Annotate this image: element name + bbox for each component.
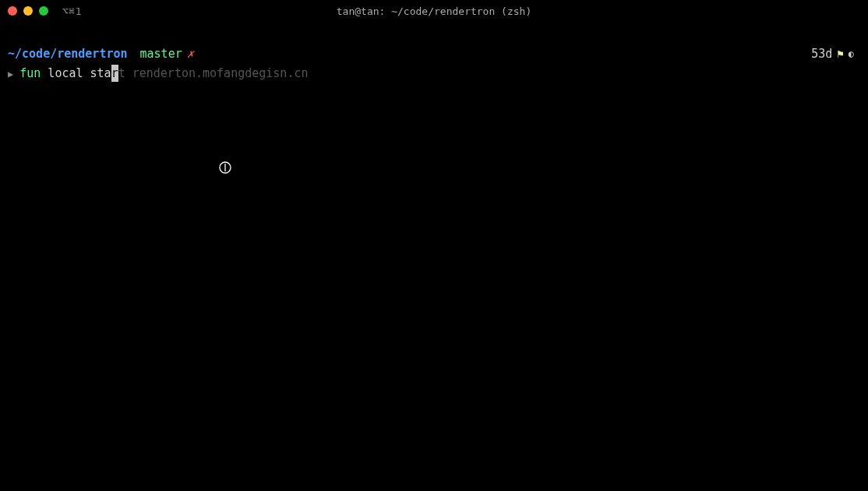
svg-point-0 xyxy=(220,162,231,173)
prompt-line: ~/code/rendertron master ✗ 53d ⚑ ◐ xyxy=(8,45,860,63)
mouse-text-cursor-icon xyxy=(218,161,232,178)
command-text: fun local start renderton.mofangdegisn.c… xyxy=(19,65,308,83)
command-keyword: fun xyxy=(19,66,41,80)
prompt-symbol: ▶ xyxy=(8,67,13,81)
git-branch: master xyxy=(140,45,182,63)
command-typed-after: t xyxy=(118,66,125,80)
maximize-button[interactable] xyxy=(39,6,48,16)
prompt-right: 53d ⚑ ◐ xyxy=(811,45,860,63)
traffic-lights xyxy=(8,6,48,16)
window-title: tan@tan: ~/code/rendertron (zsh) xyxy=(337,5,531,17)
close-button[interactable] xyxy=(8,6,17,16)
commit-age: 53d xyxy=(811,45,832,63)
command-line[interactable]: ▶ fun local start renderton.mofangdegisn… xyxy=(8,65,860,83)
status-icon: ◐ xyxy=(849,47,854,61)
terminal-body[interactable]: ~/code/rendertron master ✗ 53d ⚑ ◐ ▶ fun… xyxy=(0,22,868,90)
current-directory: ~/code/rendertron xyxy=(8,45,128,63)
command-autosuggestion: renderton.mofangdegisn.cn xyxy=(125,66,309,80)
minimize-button[interactable] xyxy=(23,6,33,16)
flag-icon: ⚑ xyxy=(837,46,843,62)
command-typed-before: local sta xyxy=(41,66,111,80)
prompt-left: ~/code/rendertron master ✗ xyxy=(8,45,194,63)
window-titlebar: ⌥⌘1 tan@tan: ~/code/rendertron (zsh) xyxy=(0,0,868,22)
git-dirty-marker: ✗ xyxy=(187,45,194,63)
terminal-cursor: r xyxy=(111,65,118,83)
tab-indicator: ⌥⌘1 xyxy=(62,5,82,17)
